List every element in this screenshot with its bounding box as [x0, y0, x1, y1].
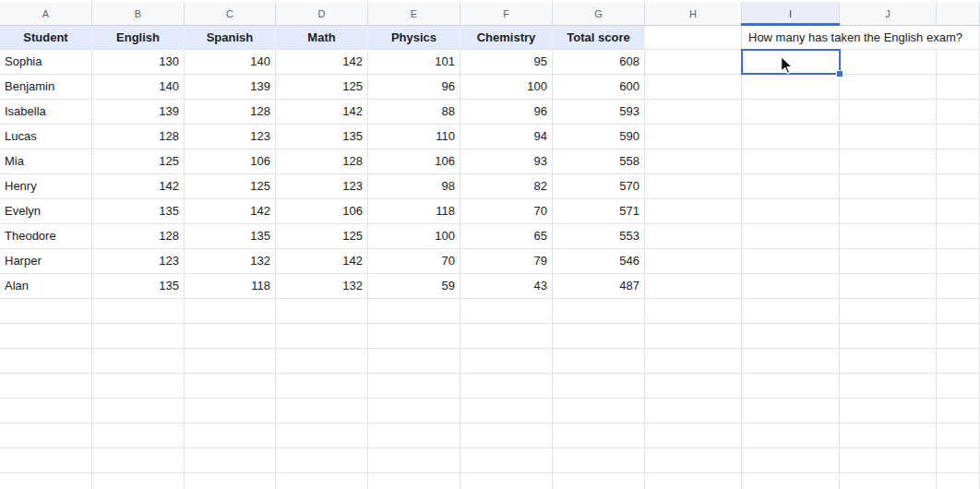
- cell-A19[interactable]: [0, 473, 92, 489]
- cell-F19[interactable]: [460, 473, 553, 489]
- cell-G17[interactable]: [553, 423, 645, 448]
- cell-B11[interactable]: 135: [92, 274, 185, 299]
- cell-E10[interactable]: 70: [368, 249, 460, 274]
- cell-H1[interactable]: [645, 26, 742, 50]
- column-header-G[interactable]: G: [553, 2, 645, 26]
- cell-B5[interactable]: 128: [92, 125, 185, 149]
- cell-B17[interactable]: [92, 423, 185, 448]
- cell-I1-overflow-text[interactable]: How many has taken the English exam?: [748, 26, 962, 50]
- cell-B12[interactable]: [92, 299, 185, 324]
- cell-D7[interactable]: 123: [276, 174, 368, 199]
- cell-G16[interactable]: [553, 399, 645, 423]
- cell-G12[interactable]: [553, 299, 645, 324]
- cell-C1[interactable]: Spanish: [185, 26, 276, 50]
- cell-I16[interactable]: [742, 399, 840, 423]
- cell-F2[interactable]: 95: [460, 50, 553, 75]
- cell-J7[interactable]: [840, 174, 937, 199]
- cell-D3[interactable]: 125: [276, 75, 368, 100]
- cell-H4[interactable]: [645, 100, 742, 125]
- cell-E5[interactable]: 110: [368, 125, 460, 149]
- cell-K17[interactable]: [937, 423, 980, 448]
- cell-J14[interactable]: [840, 349, 937, 374]
- cell-I10[interactable]: [742, 249, 840, 274]
- cell-I14[interactable]: [742, 349, 840, 374]
- cell-E8[interactable]: 118: [368, 199, 460, 224]
- cell-D11[interactable]: 132: [276, 274, 368, 299]
- cell-G1[interactable]: Total score: [553, 26, 645, 50]
- cell-D6[interactable]: 128: [276, 149, 368, 174]
- cell-H8[interactable]: [645, 199, 742, 224]
- cell-I17[interactable]: [742, 423, 840, 448]
- cell-F5[interactable]: 94: [460, 125, 553, 149]
- cell-A7[interactable]: Henry: [0, 174, 92, 199]
- cell-C12[interactable]: [185, 299, 276, 324]
- cell-G7[interactable]: 570: [553, 174, 645, 199]
- cell-A16[interactable]: [0, 399, 92, 423]
- cell-H7[interactable]: [645, 174, 742, 199]
- cell-F9[interactable]: 65: [460, 224, 553, 249]
- cell-C19[interactable]: [185, 473, 276, 489]
- cell-D4[interactable]: 142: [276, 100, 368, 125]
- cell-J12[interactable]: [840, 299, 937, 324]
- cell-C4[interactable]: 128: [185, 100, 276, 125]
- cell-G15[interactable]: [553, 374, 645, 399]
- cell-D1[interactable]: Math: [276, 26, 368, 50]
- cell-G18[interactable]: [553, 448, 645, 473]
- cell-G19[interactable]: [553, 473, 645, 489]
- cell-E15[interactable]: [368, 374, 460, 399]
- cell-I8[interactable]: [742, 199, 840, 224]
- cell-G8[interactable]: 571: [553, 199, 645, 224]
- cell-K16[interactable]: [937, 399, 980, 423]
- cell-F12[interactable]: [460, 299, 553, 324]
- cell-A4[interactable]: Isabella: [0, 100, 92, 125]
- cell-E1[interactable]: Physics: [368, 26, 460, 50]
- cell-J4[interactable]: [840, 100, 937, 125]
- cell-H9[interactable]: [645, 224, 742, 249]
- cell-A11[interactable]: Alan: [0, 274, 92, 299]
- cell-J5[interactable]: [840, 125, 937, 149]
- column-header-E[interactable]: E: [368, 2, 460, 26]
- cell-D10[interactable]: 142: [276, 249, 368, 274]
- cell-A1[interactable]: Student: [0, 26, 92, 50]
- cell-E6[interactable]: 106: [368, 149, 460, 174]
- cell-J15[interactable]: [840, 374, 937, 399]
- cell-K14[interactable]: [937, 349, 980, 374]
- cell-C2[interactable]: 140: [185, 50, 276, 75]
- cell-K6[interactable]: [937, 149, 980, 174]
- cell-H16[interactable]: [645, 399, 742, 423]
- cell-C13[interactable]: [185, 324, 276, 349]
- cell-C17[interactable]: [185, 423, 276, 448]
- cell-K19[interactable]: [937, 473, 980, 489]
- cell-B8[interactable]: 135: [92, 199, 185, 224]
- cell-A14[interactable]: [0, 349, 92, 374]
- cell-F4[interactable]: 96: [460, 100, 553, 125]
- cell-F13[interactable]: [460, 324, 553, 349]
- cell-E3[interactable]: 96: [368, 75, 460, 100]
- fill-handle[interactable]: [836, 70, 843, 78]
- cell-C11[interactable]: 118: [185, 274, 276, 299]
- column-header-D[interactable]: D: [276, 2, 368, 26]
- cell-A18[interactable]: [0, 448, 92, 473]
- cell-A10[interactable]: Harper: [0, 249, 92, 274]
- cell-B7[interactable]: 142: [92, 174, 185, 199]
- cell-H2[interactable]: [645, 50, 742, 75]
- cell-F14[interactable]: [460, 349, 553, 374]
- cell-D2[interactable]: 142: [276, 50, 368, 75]
- cell-G4[interactable]: 593: [553, 100, 645, 125]
- cell-K5[interactable]: [937, 125, 980, 149]
- cell-K8[interactable]: [937, 199, 980, 224]
- cell-G3[interactable]: 600: [553, 75, 645, 100]
- cell-I18[interactable]: [742, 448, 840, 473]
- cell-J18[interactable]: [840, 448, 937, 473]
- cell-H6[interactable]: [645, 149, 742, 174]
- cell-H13[interactable]: [645, 324, 742, 349]
- cell-J3[interactable]: [840, 75, 937, 100]
- cell-G10[interactable]: 546: [553, 249, 645, 274]
- cell-H19[interactable]: [645, 473, 742, 489]
- cell-E9[interactable]: 100: [368, 224, 460, 249]
- column-header-A[interactable]: A: [0, 2, 92, 26]
- cell-E2[interactable]: 101: [368, 50, 460, 75]
- cell-I5[interactable]: [742, 125, 840, 149]
- cell-E14[interactable]: [368, 349, 460, 374]
- cell-H3[interactable]: [645, 75, 742, 100]
